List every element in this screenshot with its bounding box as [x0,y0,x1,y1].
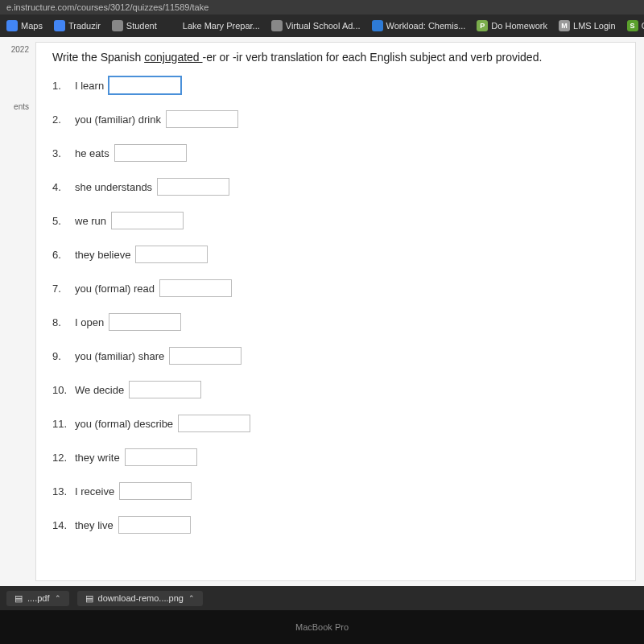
bookmark-item[interactable]: MLMS Login [555,19,619,33]
question-number: 5. [52,215,70,227]
question-number: 6. [52,249,70,261]
question-label: he eats [75,147,109,159]
question-row: 10.We decide [52,381,619,398]
answer-input[interactable] [114,144,187,162]
bookmarks-bar: MapsTraduzirStudentLake Mary Prepar...Vi… [0,14,644,37]
question-label: I open [75,316,104,328]
answer-input[interactable] [111,212,184,229]
question-list: 1.I learn2.you (familiar) drink3.he eats… [52,76,619,534]
question-number: 3. [52,147,70,159]
bookmark-favicon-icon [168,20,180,31]
answer-input[interactable] [109,76,181,94]
answer-input[interactable] [166,110,238,128]
answer-input[interactable] [118,516,191,534]
question-number: 12. [52,452,70,464]
question-number: 10. [52,384,70,396]
bookmark-label: LMS Login [573,21,616,31]
question-row: 2.you (familiar) drink [52,110,619,128]
question-number: 13. [52,485,70,497]
answer-input[interactable] [129,381,201,398]
question-row: 5.we run [52,212,619,229]
question-label: you (familiar) share [75,350,164,362]
bookmark-item[interactable]: Workload: Chemis... [369,19,469,33]
downloads-bar: ▤....pdf⌃▤download-remo....png⌃ [0,586,644,610]
answer-input[interactable] [135,246,208,263]
question-number: 7. [52,283,70,295]
sidebar-fragment: ents [14,102,29,111]
question-label: I receive [75,485,114,497]
question-label: we run [75,215,106,227]
question-row: 4.she understands [52,178,619,196]
bookmark-item[interactable]: Lake Mary Prepar... [165,19,263,33]
question-number: 1. [52,80,70,92]
answer-input[interactable] [157,178,229,196]
question-row: 3.he eats [52,144,619,162]
question-number: 14. [52,519,70,531]
bookmark-favicon-icon [112,20,123,31]
question-label: she understands [75,181,152,193]
bookmark-label: Workload: Chemis... [386,21,466,31]
bookmark-label: Student [126,21,157,31]
question-number: 9. [52,350,70,362]
question-row: 6.they believe [52,246,619,263]
question-row: 7.you (formal) read [52,279,619,297]
question-row: 8.I open [52,313,619,331]
bookmark-favicon-icon [6,20,18,31]
url-bar[interactable]: e.instructure.com/courses/3012/quizzes/1… [0,0,644,14]
quiz-sidebar: 2022 ents [0,37,32,586]
bookmark-item[interactable]: SO Sejda ajuda em... [624,19,644,33]
download-label: ....pdf [27,593,50,603]
answer-input[interactable] [119,482,192,500]
bookmark-favicon-icon: M [559,20,570,31]
question-number: 8. [52,316,70,328]
answer-input[interactable] [178,415,250,432]
laptop-bezel: MacBook Pro [0,610,644,644]
question-number: 11. [52,418,70,430]
download-label: download-remo....png [98,593,184,603]
chevron-up-icon: ⌃ [55,594,61,602]
bookmark-item[interactable]: Student [109,19,160,33]
answer-input[interactable] [125,448,197,466]
bookmark-label: Maps [21,21,43,31]
answer-input[interactable] [159,279,232,297]
bookmark-favicon-icon [271,20,283,31]
question-row: 13.I receive [52,482,619,500]
file-icon: ▤ [85,593,93,604]
question-label: they live [75,519,114,531]
quiz-content: Write the Spanish conjugated -er or -ir … [35,42,636,581]
question-row: 1.I learn [52,76,619,94]
bookmark-label: Virtual School Ad... [286,21,361,31]
bookmark-label: Lake Mary Prepar... [183,21,260,31]
chevron-up-icon: ⌃ [188,594,195,602]
quiz-instructions: Write the Spanish conjugated -er or -ir … [52,51,619,64]
bookmark-item[interactable]: PDo Homework [473,19,551,33]
answer-input[interactable] [169,347,242,365]
bookmark-item[interactable]: Virtual School Ad... [268,19,364,33]
file-icon: ▤ [14,593,23,604]
bookmark-favicon-icon: P [477,20,488,31]
sidebar-year: 2022 [11,45,29,54]
question-label: you (formal) describe [75,418,173,430]
question-row: 9.you (familiar) share [52,347,619,365]
bookmark-favicon-icon: S [627,20,638,31]
question-number: 4. [52,181,70,193]
instructions-underline: conjugated [144,51,202,64]
instructions-post: -er or -ir verb translation for each Eng… [203,51,543,64]
bookmark-label: Do Homework [491,21,547,31]
question-number: 2. [52,114,70,126]
bookmark-item[interactable]: Traduzir [51,19,104,33]
question-label: you (formal) read [75,283,155,295]
question-label: they believe [75,249,130,261]
bookmark-favicon-icon [372,20,383,31]
answer-input[interactable] [109,313,181,331]
download-chip[interactable]: ▤....pdf⌃ [6,591,69,606]
question-label: they write [75,452,120,464]
question-row: 14.they live [52,516,619,534]
download-chip[interactable]: ▤download-remo....png⌃ [77,591,203,606]
instructions-pre: Write the Spanish [52,51,144,64]
page-area: 2022 ents Write the Spanish conjugated -… [0,37,644,586]
question-row: 11.you (formal) describe [52,415,619,432]
bookmark-label: O Sejda ajuda em... [642,21,644,31]
question-row: 12.they write [52,448,619,466]
bookmark-item[interactable]: Maps [3,19,46,33]
